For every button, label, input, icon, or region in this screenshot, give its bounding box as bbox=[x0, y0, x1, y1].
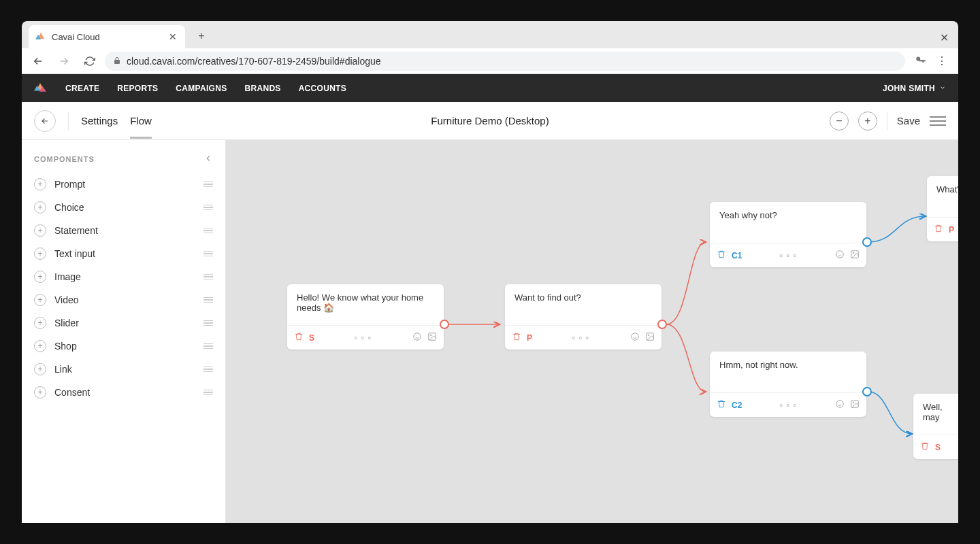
component-choice[interactable]: + Choice bbox=[31, 196, 216, 219]
nav-create[interactable]: CREATE bbox=[65, 84, 99, 93]
url-text: cloud.cavai.com/creatives/170-607-819-24… bbox=[127, 56, 381, 67]
trash-icon[interactable] bbox=[294, 332, 304, 343]
component-slider[interactable]: + Slider bbox=[31, 311, 216, 335]
nav-campaigns[interactable]: CAMPAIGNS bbox=[176, 84, 227, 93]
drag-icon[interactable] bbox=[203, 251, 213, 257]
flow-node-choice[interactable]: Hmm, not right now. C2 ∘∘∘ bbox=[710, 352, 866, 417]
plus-icon: + bbox=[34, 317, 46, 329]
component-statement[interactable]: + Statement bbox=[31, 219, 216, 242]
node-text[interactable]: Yeah why not? bbox=[710, 202, 866, 243]
trash-icon[interactable] bbox=[717, 250, 726, 261]
plus-icon: + bbox=[34, 201, 46, 214]
cavai-favicon bbox=[35, 31, 46, 42]
new-tab-button[interactable]: + bbox=[192, 27, 211, 46]
drag-icon[interactable] bbox=[203, 297, 213, 303]
emoji-icon[interactable] bbox=[835, 250, 845, 261]
browser-menu-icon[interactable]: ⋮ bbox=[931, 50, 953, 72]
trash-icon[interactable] bbox=[717, 399, 726, 411]
emoji-icon[interactable] bbox=[412, 332, 422, 343]
component-image[interactable]: + Image bbox=[31, 265, 216, 288]
component-link[interactable]: + Link bbox=[31, 358, 216, 381]
component-consent[interactable]: + Consent bbox=[31, 381, 216, 404]
trash-icon[interactable] bbox=[512, 332, 521, 343]
node-text[interactable]: Well, may bbox=[913, 394, 958, 435]
drag-icon[interactable] bbox=[203, 390, 213, 396]
browser-close-icon[interactable]: ✕ bbox=[940, 31, 958, 48]
drag-icon[interactable] bbox=[203, 343, 213, 350]
svg-point-8 bbox=[632, 333, 639, 341]
close-icon[interactable]: ✕ bbox=[167, 31, 178, 42]
emoji-icon[interactable] bbox=[835, 399, 845, 411]
trash-icon[interactable] bbox=[934, 224, 943, 235]
node-tag: P bbox=[949, 225, 954, 235]
nav-reports[interactable]: REPORTS bbox=[117, 84, 158, 93]
nav-accounts[interactable]: ACCOUNTS bbox=[299, 84, 346, 93]
svg-point-5 bbox=[414, 333, 421, 341]
output-port[interactable] bbox=[440, 320, 449, 329]
flow-node-prompt[interactable]: What's P bbox=[927, 176, 958, 241]
node-tag: P bbox=[527, 333, 532, 343]
emoji-icon[interactable] bbox=[630, 332, 640, 343]
image-icon[interactable] bbox=[427, 332, 437, 343]
browser-toolbar: cloud.cavai.com/creatives/170-607-819-24… bbox=[22, 48, 958, 74]
component-label: Image bbox=[54, 271, 195, 282]
address-bar[interactable]: cloud.cavai.com/creatives/170-607-819-24… bbox=[105, 52, 905, 71]
browser-tab[interactable]: Cavai Cloud ✕ bbox=[29, 25, 185, 48]
svg-point-13 bbox=[853, 252, 854, 254]
drag-icon[interactable] bbox=[203, 205, 213, 211]
save-button[interactable]: Save bbox=[897, 115, 920, 126]
node-tag: S bbox=[309, 333, 314, 343]
component-label: Prompt bbox=[54, 179, 195, 190]
node-tag: C2 bbox=[732, 401, 742, 410]
image-icon[interactable] bbox=[850, 399, 860, 411]
component-text-input[interactable]: + Text input bbox=[31, 242, 216, 265]
image-icon[interactable] bbox=[850, 250, 860, 261]
back-button[interactable] bbox=[34, 110, 56, 132]
more-icon[interactable]: ∘∘∘ bbox=[779, 251, 799, 260]
zoom-in-button[interactable]: + bbox=[858, 112, 877, 131]
drag-icon[interactable] bbox=[203, 182, 213, 188]
more-icon[interactable]: ∘∘∘ bbox=[353, 333, 374, 343]
node-text[interactable]: Hmm, not right now. bbox=[710, 352, 866, 392]
menu-icon[interactable] bbox=[930, 116, 946, 126]
plus-icon: + bbox=[34, 224, 46, 237]
more-icon[interactable]: ∘∘∘ bbox=[779, 401, 799, 410]
flow-canvas[interactable]: Hello! We know what your home needs 🏠 S … bbox=[226, 140, 958, 523]
output-port[interactable] bbox=[862, 237, 872, 247]
node-text[interactable]: What's bbox=[927, 176, 958, 217]
drag-icon[interactable] bbox=[203, 274, 213, 280]
output-port[interactable] bbox=[862, 387, 872, 396]
components-sidebar: COMPONENTS + Prompt + Choice + Statement… bbox=[22, 140, 226, 523]
component-video[interactable]: + Video bbox=[31, 288, 216, 311]
image-icon[interactable] bbox=[645, 332, 655, 343]
collapse-icon[interactable] bbox=[203, 154, 213, 165]
node-text[interactable]: Want to find out? bbox=[505, 284, 662, 325]
flow-node-choice[interactable]: Yeah why not? C1 ∘∘∘ bbox=[710, 202, 866, 267]
zoom-out-button[interactable]: − bbox=[830, 112, 849, 131]
output-port[interactable] bbox=[657, 320, 667, 329]
back-icon[interactable] bbox=[27, 50, 49, 72]
component-label: Text input bbox=[54, 248, 195, 259]
nav-brands[interactable]: BRANDS bbox=[245, 84, 281, 93]
tab-flow[interactable]: Flow bbox=[130, 103, 152, 139]
tab-settings[interactable]: Settings bbox=[81, 103, 118, 139]
flow-node-statement[interactable]: Well, may S bbox=[913, 394, 958, 459]
component-label: Statement bbox=[54, 225, 195, 236]
svg-point-10 bbox=[648, 335, 649, 336]
app-top-nav: CREATE REPORTS CAMPAIGNS BRANDS ACCOUNTS… bbox=[22, 74, 958, 102]
component-prompt[interactable]: + Prompt bbox=[31, 173, 216, 196]
flow-node-prompt[interactable]: Want to find out? P ∘∘∘ bbox=[505, 284, 662, 350]
drag-icon[interactable] bbox=[203, 367, 213, 373]
node-text[interactable]: Hello! We know what your home needs 🏠 bbox=[287, 284, 444, 325]
more-icon[interactable]: ∘∘∘ bbox=[571, 333, 591, 343]
drag-icon[interactable] bbox=[203, 320, 213, 326]
flow-node-statement[interactable]: Hello! We know what your home needs 🏠 S … bbox=[287, 284, 444, 350]
plus-icon: + bbox=[34, 386, 46, 398]
trash-icon[interactable] bbox=[920, 441, 930, 453]
component-shop[interactable]: + Shop bbox=[31, 335, 216, 358]
key-icon[interactable] bbox=[915, 54, 927, 69]
user-menu[interactable]: JOHN SMITH bbox=[883, 84, 946, 93]
cavai-logo[interactable] bbox=[34, 82, 48, 95]
reload-icon[interactable] bbox=[79, 50, 101, 72]
drag-icon[interactable] bbox=[203, 228, 213, 234]
